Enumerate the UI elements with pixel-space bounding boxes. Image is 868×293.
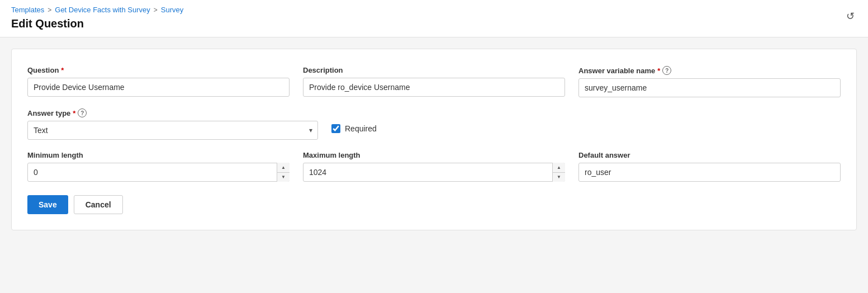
description-label: Description <box>303 66 565 74</box>
answer-variable-group: Answer variable name * ? <box>578 66 841 97</box>
answer-variable-required-star: * <box>657 67 660 75</box>
max-length-label: Maximum length <box>303 151 565 159</box>
form-actions: Save Cancel <box>27 195 841 214</box>
min-length-spinners: ▲ ▼ <box>277 163 290 182</box>
min-length-label: Minimum length <box>27 151 290 159</box>
answer-variable-info-icon[interactable]: ? <box>662 66 671 75</box>
breadcrumb: Templates > Get Device Facts with Survey… <box>11 6 857 14</box>
spinner-up-icon-2: ▲ <box>557 165 561 170</box>
max-length-down-button[interactable]: ▼ <box>553 173 565 182</box>
question-input[interactable] <box>27 78 290 97</box>
form-row-3: Minimum length ▲ ▼ Maximum length <box>27 151 841 182</box>
answer-variable-input[interactable] <box>578 78 841 97</box>
default-answer-label: Default answer <box>578 151 841 159</box>
breadcrumb-survey[interactable]: Survey <box>161 6 183 14</box>
form-row-2: Answer type * ? Text Textarea Password I… <box>27 108 841 140</box>
question-required-star: * <box>61 66 64 74</box>
required-group: Required <box>331 108 841 140</box>
description-input[interactable] <box>303 78 565 97</box>
default-answer-input[interactable] <box>578 163 841 182</box>
description-group: Description <box>303 66 565 97</box>
form-card: Question * Description Answer variable n… <box>11 49 857 230</box>
breadcrumb-survey-template[interactable]: Get Device Facts with Survey <box>55 6 150 14</box>
answer-type-select[interactable]: Text Textarea Password Integer Float Mul… <box>27 121 318 140</box>
max-length-input[interactable] <box>303 163 565 182</box>
min-length-group: Minimum length ▲ ▼ <box>27 151 290 182</box>
min-length-up-button[interactable]: ▲ <box>277 163 290 173</box>
question-group: Question * <box>27 66 290 97</box>
revert-icon: ↺ <box>846 11 855 22</box>
required-label[interactable]: Required <box>345 124 377 133</box>
required-row: Required <box>331 108 841 133</box>
cancel-button[interactable]: Cancel <box>74 195 123 214</box>
max-length-group: Maximum length ▲ ▼ <box>303 151 565 182</box>
min-length-input[interactable] <box>27 163 290 182</box>
min-length-down-button[interactable]: ▼ <box>277 173 290 182</box>
answer-type-required-star: * <box>73 109 75 117</box>
answer-type-select-wrapper: Text Textarea Password Integer Float Mul… <box>27 121 318 140</box>
max-length-wrapper: ▲ ▼ <box>303 163 565 182</box>
spinner-down-icon-2: ▼ <box>557 174 561 179</box>
min-length-wrapper: ▲ ▼ <box>27 163 290 182</box>
required-checkbox[interactable] <box>331 124 340 133</box>
answer-type-group: Answer type * ? Text Textarea Password I… <box>27 108 318 140</box>
page-title: Edit Question <box>11 17 857 37</box>
question-label: Question * <box>27 66 290 74</box>
max-length-up-button[interactable]: ▲ <box>553 163 565 173</box>
answer-type-info-icon[interactable]: ? <box>78 108 87 117</box>
breadcrumb-sep-1: > <box>48 6 51 14</box>
spinner-up-icon: ▲ <box>281 165 286 170</box>
answer-type-label: Answer type * ? <box>27 108 318 117</box>
answer-variable-label: Answer variable name * ? <box>578 66 841 75</box>
spinner-down-icon: ▼ <box>281 174 286 179</box>
revert-button[interactable]: ↺ <box>844 8 857 25</box>
save-button[interactable]: Save <box>27 195 68 214</box>
default-answer-group: Default answer <box>578 151 841 182</box>
max-length-spinners: ▲ ▼ <box>552 163 565 182</box>
breadcrumb-templates[interactable]: Templates <box>11 6 44 14</box>
breadcrumb-sep-2: > <box>154 6 158 14</box>
form-row-1: Question * Description Answer variable n… <box>27 66 841 97</box>
